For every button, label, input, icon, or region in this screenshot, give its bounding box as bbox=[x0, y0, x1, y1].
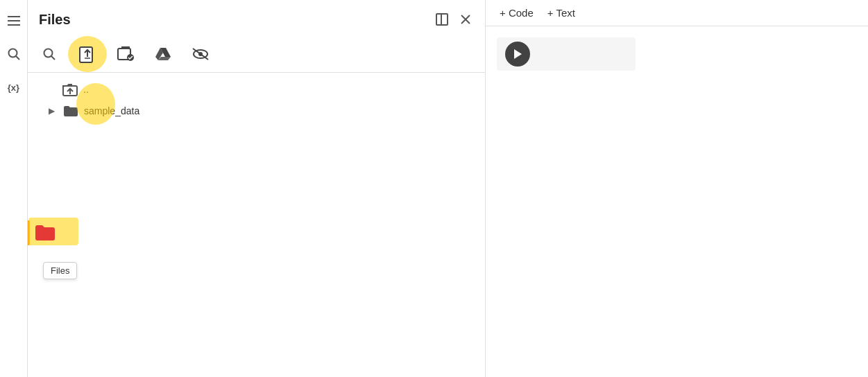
files-toolbar bbox=[28, 36, 485, 73]
add-code-label: + Code bbox=[500, 7, 534, 19]
add-text-button[interactable]: + Text bbox=[547, 7, 575, 19]
svg-rect-11 bbox=[80, 47, 92, 62]
expand-panel-button[interactable] bbox=[432, 10, 452, 29]
sidebar-folder-indicator bbox=[28, 220, 56, 245]
svg-rect-2 bbox=[8, 24, 20, 26]
parent-dir-icon bbox=[62, 82, 78, 96]
files-tooltip-label: Files bbox=[51, 265, 69, 276]
add-text-label: + Text bbox=[547, 7, 575, 19]
right-content bbox=[486, 26, 868, 377]
svg-marker-22 bbox=[514, 49, 522, 59]
sample-data-label: sample_data bbox=[84, 105, 139, 116]
right-panel: + Code + Text bbox=[486, 0, 868, 377]
google-drive-button[interactable] bbox=[150, 42, 176, 66]
parent-dir-label: .. bbox=[83, 84, 89, 95]
run-button[interactable] bbox=[505, 42, 530, 67]
right-toolbar: + Code + Text bbox=[486, 0, 868, 26]
variables-icon[interactable]: {x} bbox=[4, 78, 24, 97]
files-panel-title: Files bbox=[39, 12, 71, 28]
hide-button[interactable] bbox=[187, 44, 214, 64]
folder-arrow-icon: ▶ bbox=[49, 106, 55, 116]
files-header: Files bbox=[28, 0, 485, 36]
upload-file-button[interactable] bbox=[74, 42, 101, 67]
folder-icon bbox=[63, 105, 78, 117]
connect-drive-button[interactable] bbox=[112, 42, 139, 66]
close-panel-button[interactable] bbox=[457, 10, 474, 29]
menu-icon[interactable] bbox=[4, 11, 24, 30]
add-code-button[interactable]: + Code bbox=[500, 7, 534, 19]
sample-data-folder-item[interactable]: ▶ sample_data bbox=[28, 100, 485, 121]
files-header-actions bbox=[432, 10, 474, 29]
files-panel: Files bbox=[28, 0, 486, 377]
svg-rect-1 bbox=[8, 20, 20, 21]
svg-line-4 bbox=[16, 56, 19, 60]
run-button-area bbox=[497, 37, 636, 71]
files-tooltip: Files bbox=[43, 262, 77, 279]
search-sidebar-icon[interactable] bbox=[4, 44, 24, 64]
sidebar-folder-wrapper bbox=[30, 223, 56, 243]
svg-point-9 bbox=[44, 49, 53, 58]
left-sidebar: {x} bbox=[0, 0, 28, 377]
svg-point-3 bbox=[8, 49, 17, 58]
parent-dir-item[interactable]: .. bbox=[28, 78, 485, 100]
sidebar-folder-icon[interactable] bbox=[34, 223, 56, 243]
file-list: .. ▶ sample_data bbox=[28, 73, 485, 377]
svg-rect-6 bbox=[441, 14, 442, 25]
svg-line-10 bbox=[51, 56, 55, 60]
svg-rect-0 bbox=[8, 16, 20, 17]
search-button[interactable] bbox=[39, 45, 60, 63]
